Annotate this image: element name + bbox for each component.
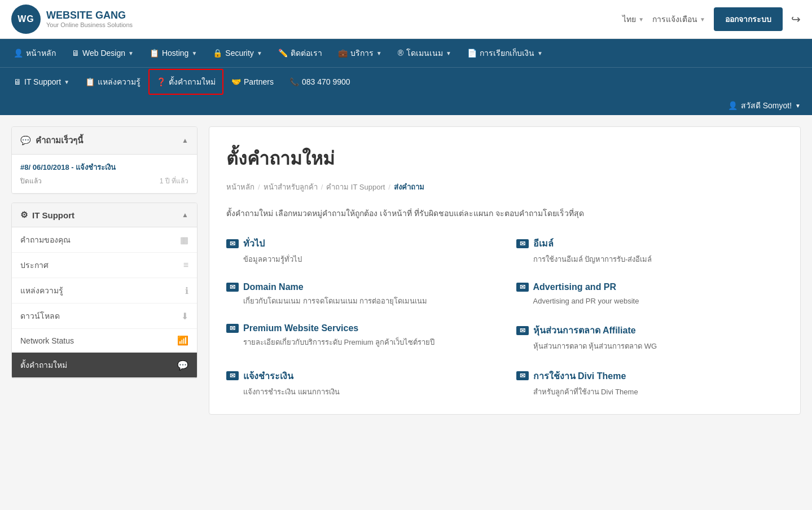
nav-knowledge[interactable]: 📋 แหล่งความรู้ bbox=[77, 68, 148, 96]
menu-my-questions[interactable]: คำถามของคุณ ▦ bbox=[12, 227, 197, 253]
chevron-up-icon: ▲ bbox=[182, 137, 188, 144]
main-content: ตั้งคำถามใหม่ หน้าหลัก / หน้าสำหรับลูกค้… bbox=[209, 126, 801, 415]
list-icon: ≡ bbox=[183, 260, 188, 270]
email-icon bbox=[226, 324, 239, 333]
category-link[interactable]: Domain Name bbox=[226, 282, 494, 292]
email-icon bbox=[516, 371, 529, 380]
table-icon: ▦ bbox=[180, 235, 188, 245]
tagline: Your Online Business Solutions bbox=[46, 21, 133, 29]
list-item: Advertising and PR Advertising and PR yo… bbox=[516, 282, 784, 307]
breadcrumb: หน้าหลัก / หน้าสำหรับลูกค้า / คำถาม IT S… bbox=[226, 181, 783, 193]
ticket-item: #8/ 06/10/2018 - แจ้งชำระเงิน ปิดแล้ว 1 … bbox=[12, 155, 197, 194]
chevron-down-icon: ▼ bbox=[700, 16, 705, 23]
category-desc: Advertising and PR your website bbox=[533, 296, 784, 307]
lock-icon: 🔒 bbox=[213, 49, 222, 58]
top-bar-right: ไทย ▼ การแจ้งเตือน ▼ ออกจากระบบ ↪ bbox=[622, 7, 801, 31]
language-button[interactable]: ไทย ▼ bbox=[622, 13, 644, 25]
chevron-down-icon: ▼ bbox=[64, 79, 69, 85]
email-icon bbox=[516, 326, 529, 335]
logo-area: WG WEBSITE GANG Your Online Business Sol… bbox=[11, 5, 133, 34]
category-desc: การใช้งานอีเมล์ ปัญหาการรับ-ส่งอีเมล์ bbox=[533, 254, 784, 265]
nav-billing[interactable]: 📄 การเรียกเก็บเงิน ▼ bbox=[459, 39, 551, 67]
chat-icon: 💬 bbox=[20, 135, 31, 146]
top-bar: WG WEBSITE GANG Your Online Business Sol… bbox=[0, 0, 812, 39]
nav-domain[interactable]: ® โดเมนเนม ▼ bbox=[390, 39, 459, 67]
list-item: Domain Name เกี่ยวกับโดเมนเนม การจดโดเมน… bbox=[226, 282, 494, 307]
download-icon: ⬇ bbox=[181, 311, 188, 322]
service-icon: 💼 bbox=[338, 49, 348, 58]
notifications-button[interactable]: การแจ้งเตือน ▼ bbox=[652, 13, 705, 25]
category-link[interactable]: แจ้งชำระเงิน bbox=[226, 369, 494, 383]
category-desc: หุ้นส่วนการตลาด หุ้นส่วนการตลาด WG bbox=[533, 341, 784, 352]
menu-announcements[interactable]: ประกาศ ≡ bbox=[12, 253, 197, 278]
user-icon: 👤 bbox=[728, 101, 738, 110]
sub-nav-left: 🖥 IT Support ▼ 📋 แหล่งความรู้ ❓ ตั้งคำถา… bbox=[6, 68, 358, 96]
breadcrumb-home[interactable]: หน้าหลัก bbox=[226, 181, 254, 193]
menu-downloads[interactable]: ดาวน์โหลด ⬇ bbox=[12, 304, 197, 329]
category-link[interactable]: Advertising and PR bbox=[516, 282, 784, 292]
partners-icon: 🤝 bbox=[231, 77, 241, 86]
category-link[interactable]: อีเมล์ bbox=[516, 236, 784, 250]
billing-icon: 📄 bbox=[467, 49, 477, 58]
breadcrumb-current: ส่งคำถาม bbox=[394, 181, 424, 193]
itsupport-header[interactable]: ⚙ IT Support ▲ bbox=[12, 203, 197, 227]
logout-button[interactable]: ออกจากระบบ bbox=[714, 7, 783, 31]
breadcrumb-sep: / bbox=[258, 183, 260, 191]
list-item: หุ้นส่วนการตลาด Affiliate หุ้นส่วนการตลา… bbox=[516, 323, 784, 352]
page-title: ตั้งคำถามใหม่ bbox=[226, 144, 783, 173]
breadcrumb-itsupport[interactable]: คำถาม IT Support bbox=[326, 181, 385, 193]
quick-questions-section: 💬 คำถามเร็วๆนี้ ▲ #8/ 06/10/2018 - แจ้งช… bbox=[11, 126, 197, 194]
category-desc: เกี่ยวกับโดเมนเนม การจดโดเมนเนม การต่ออา… bbox=[243, 296, 494, 307]
nav-partners[interactable]: 🤝 Partners bbox=[223, 69, 282, 94]
category-link[interactable]: ทั่วไป bbox=[226, 236, 494, 250]
category-link[interactable]: หุ้นส่วนการตลาด Affiliate bbox=[516, 323, 784, 337]
menu-new-question[interactable]: ตั้งคำถามใหม่ 💬 bbox=[12, 353, 197, 378]
email-icon bbox=[516, 283, 529, 292]
chevron-down-icon: ▼ bbox=[795, 103, 801, 109]
sidebar: 💬 คำถามเร็วๆนี้ ▲ #8/ 06/10/2018 - แจ้งช… bbox=[11, 126, 197, 415]
list-item: อีเมล์ การใช้งานอีเมล์ ปัญหาการรับ-ส่งอี… bbox=[516, 236, 784, 265]
chevron-down-icon: ▼ bbox=[376, 50, 382, 56]
monitor-icon: 🖥 bbox=[72, 49, 80, 58]
nav-home[interactable]: 👤 หน้าหลัก bbox=[6, 39, 64, 67]
ticket-meta: ปิดแล้ว 1 ปี ที่แล้ว bbox=[20, 175, 188, 186]
nav-security[interactable]: 🔒 Security ▼ bbox=[205, 41, 270, 65]
chevron-down-icon: ▼ bbox=[128, 50, 134, 56]
chevron-down-icon: ▼ bbox=[638, 16, 644, 23]
chevron-up-icon: ▲ bbox=[182, 211, 188, 219]
nav-webdesign[interactable]: 🖥 Web Design ▼ bbox=[64, 41, 142, 65]
email-icon bbox=[226, 239, 239, 248]
question-icon: ❓ bbox=[156, 77, 166, 86]
category-desc: แจ้งการชำระเงิน แผนกการเงิน bbox=[243, 386, 494, 398]
list-item: แจ้งชำระเงิน แจ้งการชำระเงิน แผนกการเงิน bbox=[226, 369, 494, 398]
breadcrumb-customer[interactable]: หน้าสำหรับลูกค้า bbox=[264, 181, 318, 193]
user-greeting-bar: 👤 สวัสดี Somyot! ▼ bbox=[0, 96, 812, 115]
category-desc: รายละเอียดเกี่ยวกับบริการระดับ Premium ล… bbox=[243, 337, 494, 348]
nav-itsupport[interactable]: 🖥 IT Support ▼ bbox=[6, 69, 77, 94]
nav-phone[interactable]: 📞 083 470 9900 bbox=[282, 69, 358, 94]
greeting-text: สวัสดี Somyot! bbox=[741, 99, 792, 112]
nav-contact[interactable]: ✏️ ติดต่อเรา bbox=[270, 39, 330, 67]
chevron-down-icon: ▼ bbox=[446, 50, 451, 56]
nav-new-question[interactable]: ❓ ตั้งคำถามใหม่ bbox=[148, 69, 223, 95]
list-item: ทั่วไป ข้อมูลความรู้ทั่วไป bbox=[226, 236, 494, 265]
chevron-down-icon: ▼ bbox=[257, 50, 262, 56]
logo-icon: WG bbox=[11, 5, 41, 34]
person-icon: 👤 bbox=[14, 49, 23, 58]
nav-service[interactable]: 💼 บริการ ▼ bbox=[330, 39, 390, 67]
signal-icon: 📶 bbox=[177, 335, 188, 346]
category-link[interactable]: Premium Website Services bbox=[226, 323, 494, 333]
brand-name: WEBSITE GANG bbox=[46, 10, 133, 22]
category-desc: ข้อมูลความรู้ทั่วไป bbox=[243, 254, 494, 265]
nav-hosting[interactable]: 📋 Hosting ▼ bbox=[142, 41, 205, 65]
chevron-down-icon: ▼ bbox=[537, 50, 543, 56]
menu-knowledge[interactable]: แหล่งความรู้ ℹ bbox=[12, 278, 197, 304]
logout-icon[interactable]: ↪ bbox=[791, 12, 801, 26]
menu-network-status[interactable]: Network Status 📶 bbox=[12, 329, 197, 353]
info-icon: ℹ bbox=[185, 285, 188, 296]
gear-icon: ⚙ bbox=[20, 210, 28, 220]
category-link[interactable]: การใช้งาน Divi Theme bbox=[516, 369, 784, 383]
category-grid: ทั่วไป ข้อมูลความรู้ทั่วไป อีเมล์ การใช้… bbox=[226, 236, 783, 397]
quick-questions-header[interactable]: 💬 คำถามเร็วๆนี้ ▲ bbox=[12, 127, 197, 155]
logo-text: WEBSITE GANG Your Online Business Soluti… bbox=[46, 10, 133, 29]
